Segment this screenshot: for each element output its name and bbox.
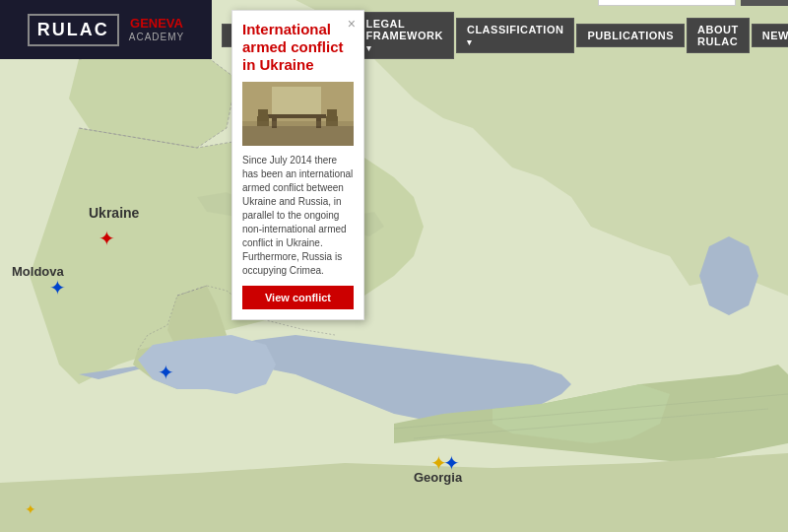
nav-legal-framework[interactable]: LEGAL FRAMEWORK [356, 12, 454, 59]
view-conflict-button[interactable]: View conflict [242, 286, 354, 309]
map-container: Belarus Ukraine Moldova Georgia ✦ ✦ ✦ ✦ … [0, 0, 788, 532]
nav-classification[interactable]: CLASSIFICATION [456, 18, 574, 53]
popup-close-button[interactable]: × [348, 16, 356, 32]
search-input[interactable] [598, 0, 736, 6]
conflict-marker-ukraine[interactable]: ✦ [98, 229, 116, 246]
conflict-marker-yellow-south[interactable]: ✦ [25, 500, 42, 518]
conflict-popup: × International armed conflict in Ukrain… [231, 10, 364, 320]
svg-rect-10 [258, 109, 268, 117]
rulac-logo[interactable]: RULAC [28, 14, 119, 46]
header: RULAC GENEVA ACADEMY Search 🔍 HOME BROWS… [0, 0, 788, 59]
svg-rect-11 [327, 109, 337, 117]
svg-rect-2 [242, 126, 354, 146]
nav-publications[interactable]: PUBLICATIONS [576, 24, 685, 47]
nav-about-rulac[interactable]: ABOUT RULAC [687, 18, 750, 53]
search-button[interactable]: Search 🔍 [741, 0, 788, 6]
svg-rect-4 [272, 87, 321, 116]
popup-description: Since July 2014 there has been an intern… [242, 154, 354, 278]
ukraine-country-label: Ukraine [89, 205, 139, 221]
svg-rect-12 [242, 121, 354, 126]
geneva-academy-logo: GENEVA ACADEMY [129, 16, 184, 43]
popup-title: International armed conflict in Ukraine [242, 21, 354, 74]
popup-image [242, 82, 354, 146]
conflict-marker-crimea[interactable]: ✦ [158, 363, 175, 380]
map-background [0, 0, 788, 532]
svg-rect-5 [267, 114, 326, 118]
logo-area: RULAC GENEVA ACADEMY [0, 0, 212, 59]
conflict-marker-georgia-blue[interactable]: ✦ [443, 453, 461, 471]
nav-news[interactable]: NEWS [752, 24, 788, 47]
search-bar: Search 🔍 [598, 0, 788, 6]
conflict-marker-moldova[interactable]: ✦ [49, 278, 67, 296]
